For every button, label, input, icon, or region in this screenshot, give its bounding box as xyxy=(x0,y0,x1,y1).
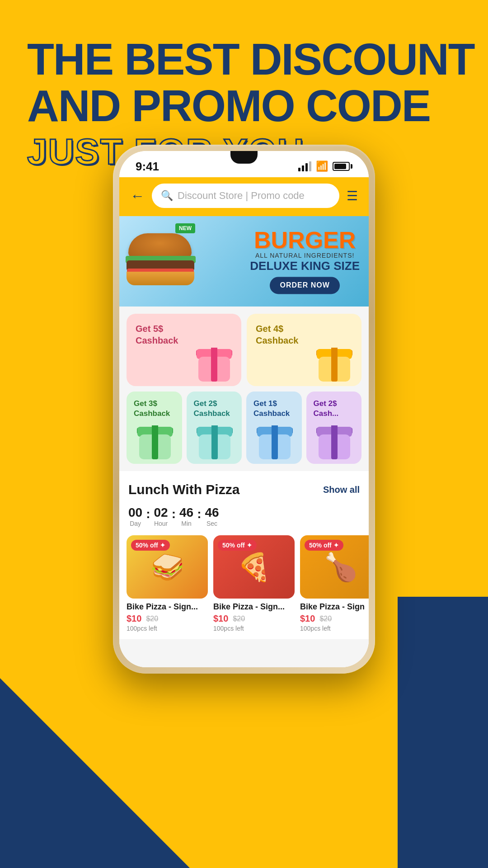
banner-text: BURGER ALL NATURAL INGREDIENTS! DELUXE K… xyxy=(250,228,360,294)
cashback-label-5: Get 5$Cashback xyxy=(136,323,232,346)
product-price-new-2: $10 xyxy=(213,613,228,624)
search-placeholder: Discount Store | Promo code xyxy=(178,190,330,202)
phone-outer-frame: 9:41 📶 ← xyxy=(113,145,375,674)
cashback-label-2b: Get 2$Cash... xyxy=(314,399,339,418)
wifi-icon: 📶 xyxy=(316,160,328,172)
scroll-content[interactable]: BURGER ALL NATURAL INGREDIENTS! DELUXE K… xyxy=(119,216,369,667)
product-card-3[interactable]: 🍗 50% off ✦ Bike Pizza - Sign $10 $20 xyxy=(300,535,369,632)
banner-title: BURGER xyxy=(250,228,360,252)
app-content: ← 🔍 Discount Store | Promo code ☰ xyxy=(119,177,369,667)
filter-button[interactable]: ☰ xyxy=(347,189,358,203)
burger-bun-bottom xyxy=(127,272,194,285)
section-header: Lunch With Pizza Show all xyxy=(119,471,369,503)
back-button[interactable]: ← xyxy=(130,189,145,203)
countdown-hour-label: Hour xyxy=(154,520,168,527)
product-image-3: 🍗 50% off ✦ xyxy=(300,535,369,599)
product-name-1: Bike Pizza - Sign... xyxy=(127,602,208,612)
product-price-new-1: $10 xyxy=(127,613,141,624)
burger-illustration xyxy=(124,220,214,303)
countdown-min: 46 Min xyxy=(179,506,193,527)
banner-subtitle: ALL NATURAL INGREDIENTS! xyxy=(250,252,360,259)
countdown-day: 00 Day xyxy=(128,506,142,527)
gift-box-blue xyxy=(257,423,297,464)
product-stock-2: 100pcs left xyxy=(213,625,295,632)
product-badge-2: 50% off ✦ xyxy=(218,540,257,551)
product-card-1[interactable]: 🥪 50% off ✦ Bike Pizza - Sign... $10 $20 xyxy=(127,535,208,632)
promo-banner[interactable]: BURGER ALL NATURAL INGREDIENTS! DELUXE K… xyxy=(119,216,369,307)
product-name-3: Bike Pizza - Sign xyxy=(300,602,369,612)
show-all-button[interactable]: Show all xyxy=(323,485,360,495)
search-bar: ← 🔍 Discount Store | Promo code ☰ xyxy=(119,177,369,216)
section-title: Lunch With Pizza xyxy=(128,482,239,497)
countdown-min-label: Min xyxy=(181,520,192,527)
burger-bun-top xyxy=(128,233,192,258)
countdown-day-label: Day xyxy=(130,520,141,527)
gift-box-pink xyxy=(196,345,237,386)
product-prices-2: $10 $20 xyxy=(213,613,295,624)
badge-star-icon-3: ✦ xyxy=(333,542,339,549)
product-name-2: Bike Pizza - Sign... xyxy=(213,602,295,612)
gift-box-green xyxy=(137,423,178,464)
badge-star-icon: ✦ xyxy=(160,542,165,549)
phone-screen: 9:41 📶 ← xyxy=(119,151,369,667)
product-price-old-2: $20 xyxy=(233,615,245,623)
header-line1: THE BEST DISCOUNT xyxy=(27,36,474,83)
product-badge-1: 50% off ✦ xyxy=(131,540,170,551)
product-price-old-3: $20 xyxy=(319,615,332,623)
countdown-sep-2: : xyxy=(172,507,176,521)
badge-star-icon-2: ✦ xyxy=(247,542,252,549)
cashback-label-1: Get 1$Cashback xyxy=(253,399,290,418)
phone-mockup: 9:41 📶 ← xyxy=(113,145,375,687)
product-stock-3: 100pcs left xyxy=(300,625,369,632)
countdown-min-value: 46 xyxy=(179,506,193,519)
search-icon: 🔍 xyxy=(161,190,173,202)
product-prices-1: $10 $20 xyxy=(127,613,208,624)
background-blue-right xyxy=(398,597,488,868)
countdown-timer: 00 Day : 02 Hour : 46 Min : xyxy=(119,503,369,535)
cashback-card-3[interactable]: Get 3$Cashback xyxy=(127,392,182,464)
product-card-2[interactable]: 🍕 50% off ✦ Bike Pizza - Sign... $10 $20 xyxy=(213,535,295,632)
cashback-card-2[interactable]: Get 2$Cashback xyxy=(187,392,242,464)
countdown-hour-value: 02 xyxy=(154,506,168,519)
header-line2: AND PROMO CODE xyxy=(27,83,474,129)
countdown-sec-value: 46 xyxy=(205,506,219,519)
cashback-card-1[interactable]: Get 1$Cashback xyxy=(246,392,302,464)
cashback-label-3: Get 3$Cashback xyxy=(134,399,170,418)
product-image-1: 🥪 50% off ✦ xyxy=(127,535,208,599)
gift-box-purple xyxy=(316,423,357,464)
phone-notch xyxy=(230,151,258,164)
gift-box-teal xyxy=(197,423,237,464)
banner-size: DELUXE KING SIZE xyxy=(250,259,360,273)
product-badge-3: 50% off ✦ xyxy=(305,540,343,551)
cashback-card-4[interactable]: Get 4$Cashback xyxy=(247,314,361,386)
search-input-wrapper[interactable]: 🔍 Discount Store | Promo code xyxy=(152,184,339,208)
product-price-new-3: $10 xyxy=(300,613,315,624)
cashback-label-2: Get 2$Cashback xyxy=(194,399,230,418)
countdown-sec: 46 Sec xyxy=(205,506,219,527)
status-time: 9:41 xyxy=(136,160,159,174)
status-icons: 📶 xyxy=(298,160,352,172)
battery-icon xyxy=(333,162,352,171)
cashback-card-5[interactable]: Get 5$Cashback xyxy=(127,314,241,386)
order-now-button[interactable]: ORDER NOW xyxy=(270,277,339,294)
countdown-sec-label: Sec xyxy=(206,520,217,527)
countdown-hour: 02 Hour xyxy=(154,506,168,527)
product-image-2: 🍕 50% off ✦ xyxy=(213,535,295,599)
signal-icon xyxy=(298,161,311,171)
product-price-old-1: $20 xyxy=(146,615,158,623)
cashback-row-2: Get 3$Cashback Get 2 xyxy=(119,386,369,464)
countdown-day-value: 00 xyxy=(128,506,142,519)
gift-box-yellow xyxy=(316,345,357,386)
countdown-sep-1: : xyxy=(146,507,150,521)
countdown-sep-3: : xyxy=(197,507,201,521)
cashback-card-2b[interactable]: Get 2$Cash... xyxy=(306,392,362,464)
cashback-row-1: Get 5$Cashback Get 4 xyxy=(119,307,369,386)
cashback-label-4: Get 4$Cashback xyxy=(256,323,352,346)
product-stock-1: 100pcs left xyxy=(127,625,208,632)
products-row: 🥪 50% off ✦ Bike Pizza - Sign... $10 $20 xyxy=(119,535,369,639)
product-prices-3: $10 $20 xyxy=(300,613,369,624)
